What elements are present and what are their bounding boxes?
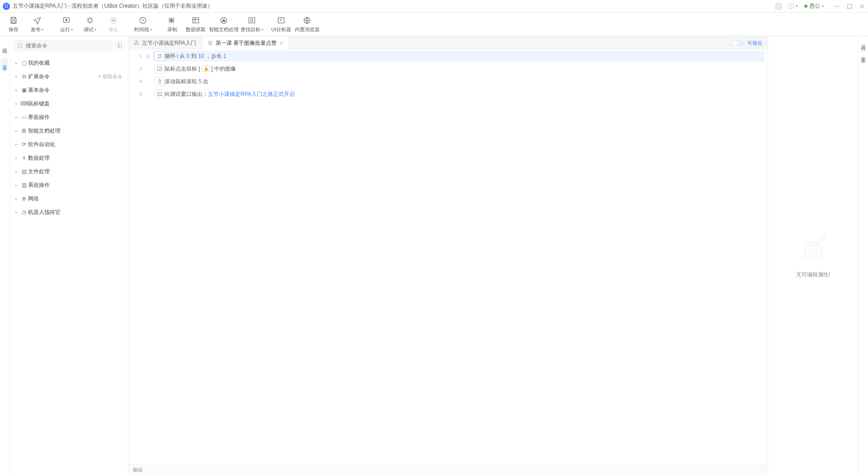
tab-file[interactable]: 第一课 基于图像批量点赞 ✕ [202,36,289,50]
svg-rect-10 [12,17,15,19]
svg-rect-38 [809,252,817,255]
sidebar-item-extensions[interactable]: ▸⧉扩展命令 +获取命令 [10,70,128,83]
svg-text:?: ? [790,4,793,8]
step-1[interactable]: 1 ⊟ 循环 i 从 0 到 10 ，步长 1 [128,50,768,62]
apps-icon[interactable] [775,3,782,10]
sidebar-item-data[interactable]: ▸≡数据处理 [10,151,128,165]
svg-point-13 [88,18,92,22]
collapse-sidebar-button[interactable] [115,41,124,50]
svg-rect-1 [779,3,781,5]
user-name: 愚公 [809,2,820,10]
folder-icon: ▢ [20,60,28,66]
line-number: 3 [128,66,146,71]
svg-rect-15 [113,19,115,21]
leftstrip-command[interactable]: 命令 [1,58,8,67]
svg-rect-0 [776,3,778,5]
debug-button[interactable]: 调试▾ [78,13,102,36]
svg-text:AI: AI [222,19,225,22]
search-box[interactable] [14,40,113,52]
sidebar-item-mousekey[interactable]: ▸⌨鼠标键盘 [10,97,128,110]
title-bar: U 五节小课搞定RPA入门 - 流程创造者（UiBot Creator）社区版（… [0,0,868,13]
scroll-icon [155,77,165,86]
sidebar-item-favorites[interactable]: ▸▢我的收藏 [10,56,128,70]
window-title: 五节小课搞定RPA入门 - 流程创造者（UiBot Creator）社区版（仅用… [13,2,775,10]
svg-rect-30 [136,41,137,42]
loop-icon [155,52,165,61]
output-icon [155,90,165,99]
line-number: 1 [128,53,146,59]
status-dot-icon [804,5,807,8]
data-icon: ≡ [20,155,28,161]
globe-icon: ⊕ [20,195,28,202]
properties-panel: 无可编辑属性! [768,36,858,475]
rightstrip-properties[interactable]: 属性 [860,41,867,44]
svg-rect-19 [193,18,198,23]
publish-button[interactable]: 发布▾ [25,13,49,36]
svg-rect-31 [135,44,136,45]
record-button[interactable]: 录制 [160,13,184,36]
svg-point-23 [251,19,253,21]
svg-rect-37 [804,246,822,257]
uianalyzer-button[interactable]: UI分析器 [269,13,293,36]
close-tab-icon[interactable]: ✕ [279,40,283,46]
sidebar-item-file[interactable]: ▸▤文件处理 [10,165,128,178]
step-4[interactable]: 4 滚动鼠标滚轮 5 次 [128,75,768,88]
step-3[interactable]: 3 鼠标点击目标 [ 👍 ] 中的图像 [128,62,768,75]
command-sidebar: ▸▢我的收藏 ▸⧉扩展命令 +获取命令 ▸▣基本命令 ▸⌨鼠标键盘 ▸▭界面操作… [10,36,128,475]
get-command-link[interactable]: +获取命令 [98,73,123,80]
editor-area: 五节小课搞定RPA入门 第一课 基于图像批量点赞 ✕ 可视化 1 ⊟ 循环 i … [128,36,768,475]
sidebar-item-basic[interactable]: ▸▣基本命令 [10,83,128,97]
target-thumbnail[interactable]: 👍 [202,66,210,72]
visualization-toggle[interactable]: 可视化 [732,36,768,50]
sidebar-item-software[interactable]: ▸⟳软件自动化 [10,138,128,151]
browser-button[interactable]: 内置浏览器 [293,13,321,36]
save-button[interactable]: 保存 [2,13,25,36]
close-button[interactable] [859,4,865,9]
minimize-button[interactable] [834,4,840,9]
svg-rect-3 [779,7,781,9]
code-editor[interactable]: 1 ⊟ 循环 i 从 0 到 10 ，步长 1 3 鼠标点击目标 [ 👍 ] 中… [128,50,768,464]
search-icon [17,43,23,49]
svg-line-27 [21,47,22,48]
svg-point-26 [18,43,22,47]
timeline-button[interactable]: 时间线▾ [131,13,155,36]
robot-icon: ◷ [20,209,28,215]
toolbar: 保存 发布▾ 运行▾ 调试▾ 停止 时间线▾ 录制 [0,13,868,36]
app-logo: U [3,3,10,10]
sidebar-item-docai[interactable]: ▸✿智能文档处理 [10,124,128,138]
sidebar-item-ui[interactable]: ▸▭界面操作 [10,110,128,124]
fold-icon[interactable]: ⊟ [146,54,153,59]
main-area: 流程 命令 ▸▢我的收藏 ▸⧉扩展命令 +获取命令 ▸▣基本命令 ▸⌨鼠标键盘 … [0,36,868,475]
search-input[interactable] [26,43,109,49]
editor-tabs: 五节小课搞定RPA入门 第一课 基于图像批量点赞 ✕ 可视化 [128,36,768,50]
datagrab-button[interactable]: 数据抓取 [184,13,208,36]
tab-project[interactable]: 五节小课搞定RPA入门 [128,36,202,50]
svg-rect-36 [158,92,162,96]
svg-rect-28 [118,44,122,48]
mouse-icon: ⌨ [20,100,28,107]
svg-rect-11 [12,20,15,23]
maximize-button[interactable] [846,4,853,9]
sidebar-item-system[interactable]: ▸▥系统操作 [10,178,128,192]
run-button[interactable]: 运行▾ [55,13,78,36]
svg-rect-24 [278,18,284,23]
output-panel-header[interactable]: 输出 [128,464,768,475]
leftstrip-flow[interactable]: 流程 [1,41,8,50]
cube-icon: ▣ [20,87,28,93]
click-icon [155,64,165,73]
svg-rect-2 [776,7,778,9]
svg-rect-33 [158,67,162,71]
step-6[interactable]: 6 向调试窗口输出：五节小课搞定RPA入门之路正式开启 [128,88,768,100]
right-strip: 属性 变量 [858,36,868,475]
file-icon: ▤ [20,168,28,175]
stop-button: 停止 [102,13,125,36]
sidebar-item-commander[interactable]: ▸◷机器人指挥官 [10,205,128,219]
docai-button[interactable]: AI 智能文档处理 [208,13,240,36]
user-menu[interactable]: 愚公 ▾ [804,2,824,10]
help-menu[interactable]: ? ▾ [788,3,798,10]
line-number: 6 [128,91,146,97]
findtarget-button[interactable]: 查找目标▾ [240,13,264,36]
rightstrip-variables[interactable]: 变量 [860,52,867,56]
gear-icon: ✿ [20,128,28,134]
sidebar-item-network[interactable]: ▸⊕网络 [10,192,128,205]
